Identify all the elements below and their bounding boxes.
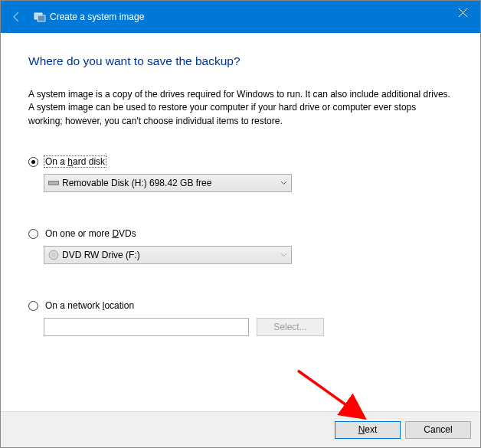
option-group-network: On a network location Select... xyxy=(28,299,453,336)
radio-dvd[interactable] xyxy=(28,229,38,239)
dvd-selected: DVD RW Drive (F:) xyxy=(61,250,276,260)
dvd-dropdown[interactable]: DVD RW Drive (F:) xyxy=(44,246,292,264)
svg-rect-1 xyxy=(38,15,45,21)
drive-icon xyxy=(47,179,61,187)
content-area: Where do you want to save the backup? A … xyxy=(1,33,480,336)
radio-label-dvd: On one or more DVDs xyxy=(44,227,138,240)
option-group-harddisk: On a hard disk Removable Disk (H:) 698.4… xyxy=(28,155,453,192)
cancel-button[interactable]: Cancel xyxy=(405,421,471,439)
disc-icon xyxy=(47,250,61,260)
close-button[interactable] xyxy=(445,1,480,24)
svg-point-5 xyxy=(53,254,55,257)
radio-label-harddisk: On a hard disk xyxy=(44,155,106,168)
page-description: A system image is a copy of the drives r… xyxy=(28,88,453,128)
chevron-down-icon xyxy=(276,181,291,185)
page-heading: Where do you want to save the backup? xyxy=(28,54,453,68)
radio-row-network[interactable]: On a network location xyxy=(28,299,453,312)
titlebar: Create a system image xyxy=(1,1,480,33)
next-button[interactable]: Next xyxy=(335,421,401,439)
window-title: Create a system image xyxy=(50,11,144,22)
radio-row-dvd[interactable]: On one or more DVDs xyxy=(28,227,453,240)
harddisk-dropdown[interactable]: Removable Disk (H:) 698.42 GB free xyxy=(44,174,292,192)
back-arrow-icon xyxy=(5,11,28,23)
harddisk-selected: Removable Disk (H:) 698.42 GB free xyxy=(61,178,276,188)
radio-harddisk[interactable] xyxy=(28,157,38,167)
footer: Next Cancel xyxy=(1,411,480,447)
option-group-dvd: On one or more DVDs DVD RW Drive (F:) xyxy=(28,227,453,264)
svg-rect-3 xyxy=(49,181,58,185)
radio-row-harddisk[interactable]: On a hard disk xyxy=(28,155,453,168)
chevron-down-icon xyxy=(276,253,291,257)
select-button: Select... xyxy=(257,318,324,336)
radio-network[interactable] xyxy=(28,301,38,311)
network-path-input[interactable] xyxy=(44,318,249,336)
app-icon xyxy=(33,11,47,23)
radio-label-network: On a network location xyxy=(44,299,136,312)
